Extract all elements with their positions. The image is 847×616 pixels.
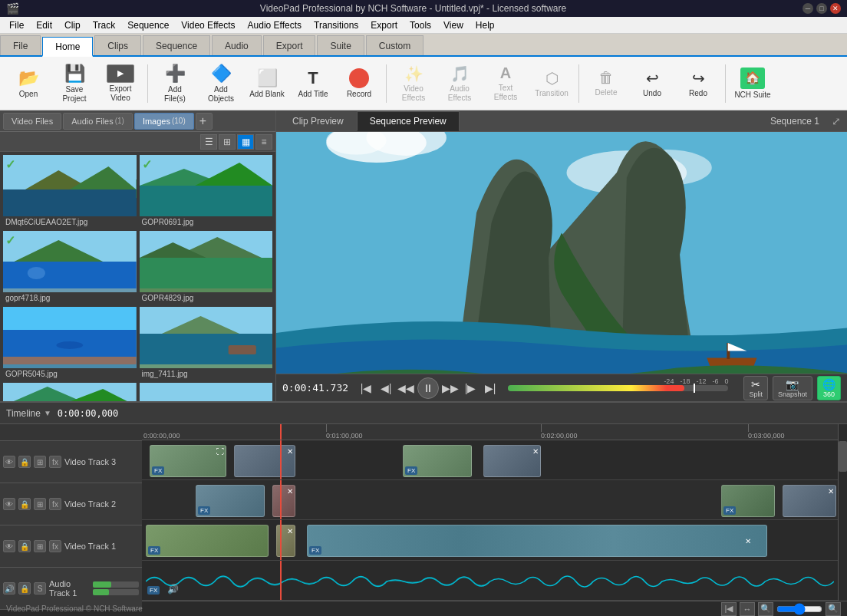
track3-clip1[interactable]: FX ⛶ [150, 445, 226, 477]
track3-group[interactable]: ⊞ [34, 456, 46, 468]
split-button[interactable]: ✂ Split [743, 376, 768, 400]
menu-transitions[interactable]: Transitions [308, 18, 364, 32]
large-grid-button[interactable]: ▦ [237, 134, 254, 150]
track1-clip3[interactable]: FX ✕ [307, 525, 767, 557]
text-effects-button[interactable]: A Text Effects [483, 61, 528, 107]
add-blank-button[interactable]: ⬜ Add Blank [245, 61, 289, 107]
small-grid-button[interactable]: ⊞ [219, 134, 236, 150]
audio-mute[interactable]: 🔊 [3, 582, 15, 595]
menu-sequence[interactable]: Sequence [121, 18, 175, 32]
track1-clip1[interactable]: FX [146, 525, 269, 557]
track1-lock[interactable]: 🔒 [18, 540, 31, 552]
expand-button[interactable]: ⤢ [832, 115, 841, 127]
tab-suite[interactable]: Suite [317, 35, 364, 55]
redo-button[interactable]: ↪ Redo [676, 61, 720, 107]
360-button[interactable]: 🌐 360 [817, 376, 841, 400]
tab-home[interactable]: Home [42, 37, 93, 57]
menu-export[interactable]: Export [364, 18, 404, 32]
track3-clip4[interactable]: ✕ [483, 445, 541, 477]
track2-clip1[interactable]: FX [196, 485, 265, 517]
menu-help[interactable]: Help [470, 18, 501, 32]
add-files-button[interactable]: ➕ Add File(s) [153, 61, 197, 107]
track3-mute[interactable]: 👁 [3, 456, 15, 468]
tab-custom[interactable]: Custom [366, 35, 424, 55]
details-view-button[interactable]: ≡ [255, 134, 272, 150]
audio-solo[interactable]: S [34, 582, 46, 595]
add-objects-button[interactable]: 🔷 Add Objects [199, 61, 243, 107]
export-video-button[interactable]: ▶ Export Video [98, 61, 143, 107]
media-item-1[interactable]: ✓ DMqt6CiUEAAO2ET.jpg [3, 155, 137, 228]
media-item-5[interactable]: GOPR5045.jpg [3, 307, 137, 380]
tab-sequence[interactable]: Sequence [143, 35, 210, 55]
menu-video-effects[interactable]: Video Effects [175, 18, 241, 32]
tab-export[interactable]: Export [263, 35, 316, 55]
timeline-zoom-out[interactable]: 🔍 [758, 602, 773, 616]
add-media-tab[interactable]: + [196, 113, 213, 130]
video-files-tab[interactable]: Video Files [3, 113, 61, 130]
open-button[interactable]: 📂 Open [6, 61, 51, 107]
add-title-button[interactable]: T Add Title [291, 61, 335, 107]
timeline-scrollbar[interactable] [838, 424, 847, 601]
forward-button[interactable]: ▶▶ [442, 380, 459, 397]
menu-view[interactable]: View [437, 18, 470, 32]
volume-bar[interactable]: -24-18-12-60 [508, 385, 728, 391]
audio-level-bar-2[interactable] [93, 589, 139, 595]
track3-clip2[interactable]: ✕ [234, 445, 295, 477]
track2-lock[interactable]: 🔒 [18, 498, 31, 510]
media-item-2[interactable]: ✓ GOPR0691.jpg [140, 155, 273, 228]
media-item-4[interactable]: GOPR4829.jpg [140, 231, 273, 304]
snapshot-button[interactable]: 📷 Snapshot [773, 376, 812, 400]
track2-mute[interactable]: 👁 [3, 498, 15, 510]
audio-effects-button[interactable]: 🎵 Audio Effects [437, 61, 482, 107]
track1-mute[interactable]: 👁 [3, 540, 15, 552]
sequence-preview-tab[interactable]: Sequence Preview [357, 111, 460, 131]
timeline-zoom-in[interactable]: 🔍 [826, 602, 841, 616]
media-item-6[interactable]: img_7411.jpg [140, 307, 273, 380]
minimize-button[interactable]: ─ [803, 3, 813, 14]
track2-clip3[interactable]: FX [721, 485, 775, 517]
clip-preview-tab[interactable]: Clip Preview [279, 111, 357, 131]
media-item-8[interactable] [140, 383, 273, 401]
media-item-7[interactable] [3, 383, 137, 401]
menu-track[interactable]: Track [87, 18, 122, 32]
images-tab[interactable]: Images (10) [134, 113, 194, 130]
track2-fx[interactable]: fx [49, 498, 61, 510]
maximize-button[interactable]: □ [816, 3, 827, 14]
track3-fx[interactable]: fx [49, 456, 61, 468]
track1-fx[interactable]: fx [49, 540, 61, 552]
track2-clip4[interactable]: ✕ [783, 485, 836, 517]
tab-file[interactable]: File [0, 35, 41, 55]
timeline-zoom-fit[interactable]: ↔ [740, 602, 755, 616]
tab-clips[interactable]: Clips [94, 35, 141, 55]
scrollbar-thumb[interactable] [839, 441, 847, 472]
audio-level-bar-1[interactable] [93, 581, 139, 588]
track3-lock[interactable]: 🔒 [18, 456, 31, 468]
tab-audio[interactable]: Audio [212, 35, 262, 55]
transition-button[interactable]: ⬡ Transition [529, 61, 574, 107]
timeline-zoom-slider[interactable] [776, 604, 822, 614]
go-to-start-button[interactable]: |◀ [358, 380, 374, 397]
menu-edit[interactable]: Edit [30, 18, 58, 32]
go-to-end-button[interactable]: ▶| [482, 380, 499, 397]
next-frame-button[interactable]: |▶ [462, 380, 479, 397]
save-project-button[interactable]: 💾 Save Project [52, 61, 97, 107]
rewind-button[interactable]: ◀◀ [397, 380, 414, 397]
audio-files-tab[interactable]: Audio Files (1) [63, 113, 133, 130]
list-view-button[interactable]: ☰ [200, 134, 217, 150]
video-effects-button[interactable]: ✨ Video Effects [391, 61, 436, 107]
close-button[interactable]: ✕ [830, 3, 841, 14]
menu-tools[interactable]: Tools [404, 18, 437, 32]
timeline-start-btn[interactable]: |◀ [721, 602, 737, 616]
undo-button[interactable]: ↩ Undo [630, 61, 674, 107]
delete-button[interactable]: 🗑 Delete [584, 61, 628, 107]
track1-clip2[interactable]: ✕ [276, 525, 295, 557]
timeline-dropdown[interactable]: ▼ [44, 409, 51, 417]
play-pause-button[interactable]: ⏸ [417, 377, 439, 399]
nch-suite-button[interactable]: 🏠 NCH Suite [730, 61, 775, 107]
menu-audio-effects[interactable]: Audio Effects [242, 18, 308, 32]
track2-clip2[interactable]: ✕ [272, 485, 295, 517]
menu-clip[interactable]: Clip [58, 18, 87, 32]
previous-frame-button[interactable]: ◀| [377, 380, 394, 397]
track1-group[interactable]: ⊞ [34, 540, 46, 552]
track2-group[interactable]: ⊞ [34, 498, 46, 510]
